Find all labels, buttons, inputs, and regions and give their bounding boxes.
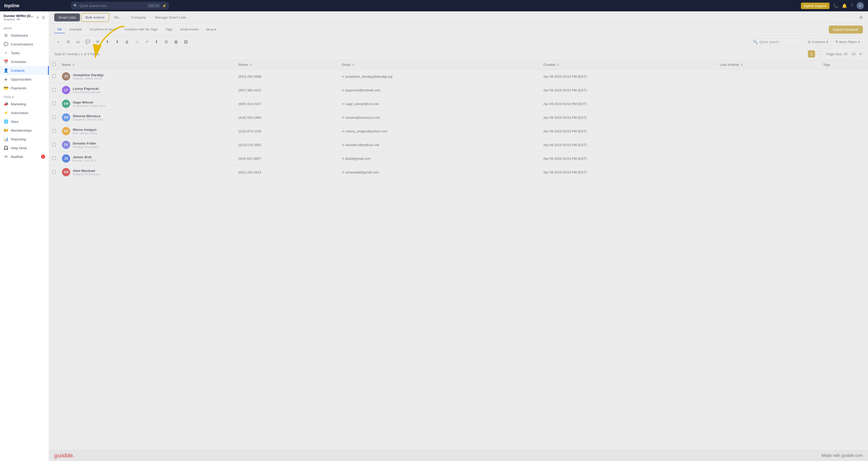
row-checkbox-cell[interactable] bbox=[49, 124, 59, 138]
sidebar-item-marketing[interactable]: 📣 Marketing bbox=[0, 100, 49, 109]
table-row[interactable]: JB James Butt Benton, John B Jr (504) 62… bbox=[49, 152, 868, 165]
filter-button[interactable]: ⧉ bbox=[64, 38, 72, 46]
sidebar-item-scheduler[interactable]: 📅 Scheduler bbox=[0, 57, 49, 66]
table-row[interactable]: AM Abel Maclead Rangoni Of Florence (631… bbox=[49, 165, 868, 179]
row-checkbox[interactable] bbox=[52, 129, 56, 133]
tab-manage-smart-lists[interactable]: Manage Smart Lists bbox=[151, 13, 190, 22]
filter-tab-contacts-no-tags[interactable]: Contacts with No Tags bbox=[121, 26, 161, 33]
name-cell[interactable]: JD Josephine Darakjy Chanay, Jeffrey A E… bbox=[59, 70, 235, 83]
row-checkbox[interactable] bbox=[52, 88, 56, 92]
image-button[interactable]: 🖼 bbox=[182, 38, 190, 46]
sort-icon: ⇅ bbox=[250, 63, 252, 66]
add-contact-button[interactable]: ＋ bbox=[54, 38, 62, 46]
phone-cell: (215) 874-1229 bbox=[235, 124, 339, 138]
row-checkbox[interactable] bbox=[52, 74, 56, 78]
tab-company[interactable]: Company bbox=[127, 13, 150, 22]
sidebar-item-conversations[interactable]: 💬 Conversations bbox=[0, 40, 49, 49]
row-checkbox[interactable] bbox=[52, 156, 56, 160]
sidebar-item-tasks[interactable]: ✓ Tasks bbox=[0, 49, 49, 57]
table-row[interactable]: LP Lenna Paprocki Feltz Printing Service… bbox=[49, 83, 868, 97]
export-button[interactable]: ↗ bbox=[143, 38, 151, 46]
user-avatar[interactable]: U bbox=[857, 2, 864, 9]
sidebar-item-automation[interactable]: ⚡ Automation bbox=[0, 109, 49, 117]
name-cell[interactable]: MA Minna Amigon Dorl, James J Esq bbox=[59, 124, 235, 138]
row-checkbox-cell[interactable] bbox=[49, 83, 59, 97]
last-activity-column-header[interactable]: Last Activity ⇅ bbox=[717, 60, 820, 70]
more-filter-dropdown[interactable]: More ▾ bbox=[204, 26, 219, 33]
quick-search-input[interactable] bbox=[760, 40, 801, 44]
more-filters-button[interactable]: ⧉ More Filters ▾ bbox=[833, 38, 863, 45]
import-contacts-button[interactable]: Import Contacts bbox=[829, 26, 863, 34]
created-column-header[interactable]: Created ⇅ bbox=[540, 60, 717, 70]
filter-tab-all[interactable]: All bbox=[54, 26, 65, 33]
sidebar-item-label: Dashboard bbox=[11, 34, 28, 37]
star-button[interactable]: ☆ bbox=[133, 38, 141, 46]
name-cell[interactable]: DF Donette Foller Printing Dimensions bbox=[59, 138, 235, 152]
row-checkbox-cell[interactable] bbox=[49, 165, 59, 179]
filter-tab-example[interactable]: example bbox=[66, 26, 85, 33]
phone-icon[interactable]: 📞 bbox=[833, 3, 838, 8]
filter-tab-no-phone[interactable]: no phone or email bbox=[87, 26, 120, 33]
row-checkbox[interactable] bbox=[52, 170, 56, 174]
settings-icon[interactable]: ⚙ bbox=[859, 15, 863, 20]
share-button[interactable]: ⬆ bbox=[152, 38, 160, 46]
row-checkbox-cell[interactable] bbox=[49, 138, 59, 152]
tag-button[interactable]: 🏷 bbox=[74, 38, 82, 46]
table-row[interactable]: DF Donette Foller Printing Dimensions (5… bbox=[49, 138, 868, 152]
select-all-header[interactable] bbox=[49, 60, 59, 70]
tab-reviews[interactable]: Re... bbox=[110, 13, 126, 22]
row-checkbox-cell[interactable] bbox=[49, 152, 59, 165]
tab-bulk-actions[interactable]: Bulk Actions bbox=[81, 13, 110, 22]
sidebar-item-contacts[interactable]: 👤 Contacts bbox=[0, 66, 49, 75]
name-cell[interactable]: SM Simona Morasca Chapman, Ross E Esq bbox=[59, 111, 235, 124]
filter-tab-tags[interactable]: Tags bbox=[162, 26, 176, 33]
sidebar-item-sites[interactable]: 🌐 Sites bbox=[0, 117, 49, 126]
email-column-header[interactable]: Email ⇅ bbox=[339, 60, 540, 70]
table-row[interactable]: JD Josephine Darakjy Chanay, Jeffrey A E… bbox=[49, 70, 868, 83]
table-row[interactable]: SW Sage Wieser Truhlar And Truhlar Attys… bbox=[49, 97, 868, 111]
upload-button[interactable]: ⬆ bbox=[103, 38, 112, 46]
sidebar-item-helpdesk[interactable]: 🎧 Help Desk bbox=[0, 144, 49, 152]
filter-tab-email-known[interactable]: email known bbox=[177, 26, 202, 33]
row-checkbox-cell[interactable] bbox=[49, 111, 59, 124]
email-button[interactable]: ✉ bbox=[93, 38, 102, 46]
phone-column-header[interactable]: Phone ⇅ bbox=[235, 60, 339, 70]
sidebar-toggle-icon[interactable]: ☰ bbox=[42, 16, 45, 20]
message-button[interactable]: 💬 bbox=[84, 38, 92, 46]
page-size-select[interactable]: 20 50 100 bbox=[849, 51, 863, 57]
select-all-checkbox[interactable] bbox=[52, 62, 56, 66]
page-1-button[interactable]: 1 bbox=[808, 50, 815, 58]
merge-button[interactable]: ⊞ bbox=[162, 38, 170, 46]
download-button[interactable]: ⬇ bbox=[113, 38, 121, 46]
columns-button[interactable]: ⊟ Columns ▾ bbox=[805, 38, 831, 45]
help-icon[interactable]: ? bbox=[851, 3, 853, 8]
payments-icon: 💳 bbox=[4, 86, 8, 90]
name-cell[interactable]: SW Sage Wieser Truhlar And Truhlar Attys bbox=[59, 97, 235, 111]
table-row[interactable]: MA Minna Amigon Dorl, James J Esq (215) … bbox=[49, 124, 868, 138]
delete-button[interactable]: 🗑 bbox=[123, 38, 131, 46]
row-checkbox[interactable] bbox=[52, 143, 56, 146]
sidebar-item-mailfold[interactable]: ✉ Mailfold 1 bbox=[0, 152, 49, 161]
sidebar-item-reporting[interactable]: 📊 Reporting bbox=[0, 135, 49, 144]
table-row[interactable]: SM Simona Morasca Chapman, Ross E Esq (4… bbox=[49, 111, 868, 124]
name-cell[interactable]: LP Lenna Paprocki Feltz Printing Service bbox=[59, 83, 235, 97]
sidebar-item-payments[interactable]: 💳 Payments bbox=[0, 84, 49, 92]
tab-smart-lists[interactable]: Smart Lists bbox=[54, 13, 80, 22]
grid-button[interactable]: ▦ bbox=[172, 38, 180, 46]
tags-column-header[interactable]: Tags bbox=[820, 60, 868, 70]
page-next-button[interactable]: › bbox=[817, 50, 825, 58]
global-search-bar[interactable]: 🔍 Quick search here Ctrl + K ⚡ bbox=[71, 2, 169, 9]
sidebar-item-dashboard[interactable]: ⊞ Dashboard bbox=[0, 31, 49, 40]
name-cell[interactable]: AM Abel Maclead Rangoni Of Florence bbox=[59, 165, 235, 179]
row-checkbox[interactable] bbox=[52, 115, 56, 119]
workspace-header[interactable]: Dunder Mifflin [D... Scranton, PA ▼ ☰ bbox=[0, 11, 49, 24]
row-checkbox[interactable] bbox=[52, 102, 56, 105]
row-checkbox-cell[interactable] bbox=[49, 97, 59, 111]
sidebar-item-opportunities[interactable]: ◈ Opportunities bbox=[0, 75, 49, 84]
name-column-header[interactable]: Name ⇅ bbox=[59, 60, 235, 70]
name-cell[interactable]: JB James Butt Benton, John B Jr bbox=[59, 152, 235, 165]
row-checkbox-cell[interactable] bbox=[49, 70, 59, 83]
support-button[interactable]: topline Support bbox=[801, 3, 830, 9]
bell-icon[interactable]: 🔔 bbox=[842, 3, 847, 8]
sidebar-item-memberships[interactable]: 🎫 Memberships bbox=[0, 126, 49, 135]
